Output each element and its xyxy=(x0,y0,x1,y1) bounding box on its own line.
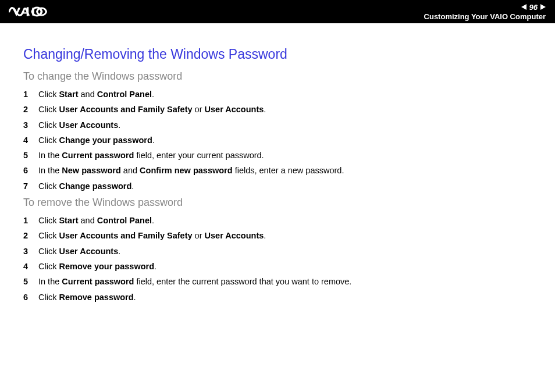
step-number: 2 xyxy=(23,104,38,115)
step-row: 5In the Current password field, enter yo… xyxy=(23,149,532,161)
step-number: 4 xyxy=(23,261,38,272)
step-text: Click Change your password. xyxy=(38,134,155,146)
svg-rect-1 xyxy=(27,7,29,16)
step-text: Click Change password. xyxy=(38,180,134,192)
step-text: Click User Accounts and Family Safety or… xyxy=(38,104,266,115)
next-page-arrow-icon[interactable] xyxy=(540,4,546,10)
step-number: 5 xyxy=(23,276,38,287)
step-text: Click Start and Control Panel. xyxy=(38,215,154,226)
step-row: 6Click Remove password. xyxy=(23,291,532,303)
step-number: 7 xyxy=(23,180,38,192)
page-number: 96 xyxy=(529,3,538,12)
step-text: In the Current password field, enter the… xyxy=(38,276,351,287)
step-text: Click Remove password. xyxy=(38,291,136,303)
step-row: 3Click User Accounts. xyxy=(23,119,532,131)
header-bar: VAIO 96 Customizing Your VAIO Computer xyxy=(0,0,555,23)
content-area: Changing/Removing the Windows Password T… xyxy=(0,23,555,319)
header-right: 96 Customizing Your VAIO Computer xyxy=(424,3,546,21)
step-text: Click User Accounts and Family Safety or… xyxy=(38,230,266,241)
section2-steps: 1Click Start and Control Panel.2Click Us… xyxy=(23,215,532,303)
step-number: 6 xyxy=(23,165,38,176)
step-text: In the Current password field, enter you… xyxy=(38,149,264,161)
step-number: 4 xyxy=(23,134,38,146)
step-row: 5In the Current password field, enter th… xyxy=(23,276,532,287)
step-row: 4Click Remove your password. xyxy=(23,261,532,272)
step-text: Click Remove your password. xyxy=(38,261,156,272)
step-number: 1 xyxy=(23,215,38,226)
step-number: 3 xyxy=(23,245,38,257)
step-row: 1Click Start and Control Panel. xyxy=(23,215,532,226)
step-row: 7Click Change password. xyxy=(23,180,532,192)
header-title: Customizing Your VAIO Computer xyxy=(424,12,546,21)
step-text: Click User Accounts. xyxy=(38,245,120,257)
section1-subtitle: To change the Windows password xyxy=(23,70,532,83)
step-row: 2Click User Accounts and Family Safety o… xyxy=(23,104,532,115)
step-text: Click Start and Control Panel. xyxy=(38,88,154,100)
step-number: 2 xyxy=(23,230,38,241)
step-number: 1 xyxy=(23,88,38,100)
page-title: Changing/Removing the Windows Password xyxy=(23,47,532,62)
step-row: 3Click User Accounts. xyxy=(23,245,532,257)
step-number: 3 xyxy=(23,119,38,131)
step-number: 5 xyxy=(23,149,38,161)
step-row: 2Click User Accounts and Family Safety o… xyxy=(23,230,532,241)
section2-subtitle: To remove the Windows password xyxy=(23,197,532,209)
prev-page-arrow-icon[interactable] xyxy=(521,4,526,10)
step-text: In the New password and Confirm new pass… xyxy=(38,165,344,176)
step-row: 6In the New password and Confirm new pas… xyxy=(23,165,532,176)
section1-steps: 1Click Start and Control Panel.2Click Us… xyxy=(23,88,532,192)
vaio-logo: VAIO xyxy=(12,6,67,17)
page-nav: 96 xyxy=(521,3,546,12)
step-text: Click User Accounts. xyxy=(38,119,120,131)
step-row: 4Click Change your password. xyxy=(23,134,532,146)
step-row: 1Click Start and Control Panel. xyxy=(23,88,532,100)
step-number: 6 xyxy=(23,291,38,303)
